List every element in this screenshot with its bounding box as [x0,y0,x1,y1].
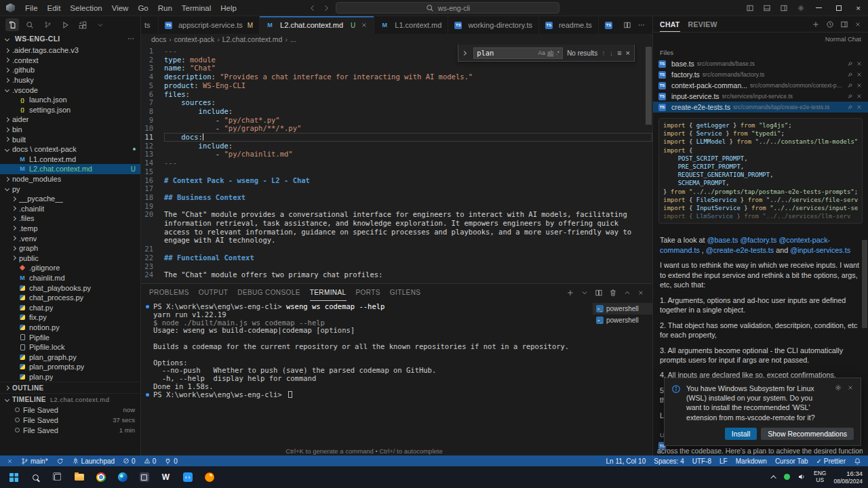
terminal-session-1[interactable]: >_powershell [593,303,652,314]
nav-forward-icon[interactable] [322,4,330,12]
tree-item-chainlit-md[interactable]: Mchainlit.md [0,273,140,283]
extensions-icon[interactable] [76,18,90,31]
start-button[interactable] [5,469,22,486]
volume-icon[interactable] [797,472,806,481]
editor-tab-implement-commanc[interactable]: TSimplement-commanc [599,16,616,34]
errors-item[interactable]: 0 [119,455,140,466]
tree-item-l1-context-md[interactable]: ML1.context.md [0,155,140,165]
prettier-item[interactable]: ✓ Prettier [812,455,850,466]
terminal-profile-dropdown-icon[interactable] [580,289,589,297]
timeline-entry[interactable]: File Savednow [0,405,140,415]
nav-back-icon[interactable] [309,4,317,12]
tree-item-node-modules[interactable]: node_modules [0,174,140,184]
keyboard-layout[interactable]: ENG US [814,470,826,484]
tree-item-docs-context-pack[interactable]: docs \ context-pack [0,144,140,155]
tree-item-aider[interactable]: aider [0,115,140,125]
chat-file-input-service-ts[interactable]: TSinput-service.tssrc/services/input-ser… [653,91,868,102]
remove-file-icon[interactable] [856,60,863,67]
pin-icon[interactable] [847,94,853,100]
encoding-item[interactable]: UTF-8 [688,455,715,466]
tree-item-notion-py[interactable]: notion.py [0,323,140,333]
remote-indicator[interactable] [3,455,17,466]
find-in-selection-icon[interactable]: ≡ [617,49,621,57]
task-view-button[interactable] [49,469,66,486]
terminal-session-2[interactable]: >_powershell [593,314,652,326]
toggle-replace-icon[interactable] [462,50,467,55]
menu-edit[interactable]: Edit [43,3,66,14]
maximize-button[interactable] [829,0,848,16]
kill-terminal-icon[interactable] [609,289,617,297]
search-button[interactable] [27,469,44,486]
chrome-icon[interactable] [92,469,109,486]
tree-item-settings-json[interactable]: {}settings.json [0,105,140,115]
app-icon-1[interactable] [136,469,153,486]
tree-item-fix-py[interactable]: fix.py [0,312,140,323]
file-mention-link[interactable]: @base.ts [707,236,738,244]
tree-item-venv[interactable]: .venv [0,233,140,243]
chat-file-context-pack-comman[interactable]: TScontext-pack-comman...src/commands/com… [653,80,868,91]
edge-icon[interactable] [114,469,131,486]
editor-tab-ts[interactable]: ts [141,16,159,34]
pin-icon[interactable] [847,104,853,110]
tree-item-built[interactable]: built [0,134,140,144]
match-case-icon[interactable]: Aa [538,49,545,56]
menu-terminal[interactable]: Terminal [177,3,216,14]
pin-icon[interactable] [847,61,853,67]
editor-tab-readme-ts[interactable]: TSreadme.ts [539,16,599,34]
vscode-icon[interactable] [179,469,196,486]
cursor-position-item[interactable]: Ln 11, Col 10 [601,455,650,466]
word-icon[interactable] [157,469,174,486]
editor-scrollbar[interactable] [646,47,652,125]
warnings-item[interactable]: 0 [140,455,161,466]
install-button[interactable]: Install [725,428,757,440]
file-mention-link[interactable]: @factory.ts [740,236,776,244]
find-input-box[interactable]: plan Aa ab .* [473,47,563,59]
menu-run[interactable]: Run [153,3,177,14]
remove-file-icon[interactable] [856,71,863,78]
chat-file-create-e2e-tests-ts[interactable]: TScreate-e2e-tests.tssrc/commands/tap/cr… [653,102,868,113]
tree-item-py[interactable]: py [0,184,140,194]
firefox-icon[interactable] [201,469,218,486]
close-panel-icon[interactable] [637,289,644,296]
tree-item-pipfile-lock[interactable]: Pipfile.lock [0,342,140,352]
file-mention-link[interactable]: @create-e2e-tests.ts [706,246,774,254]
source-control-icon[interactable] [41,18,54,31]
tray-status-icon[interactable] [784,474,790,480]
chat-tab-chat[interactable]: CHAT [660,16,680,32]
menu-file[interactable]: File [20,3,43,14]
panel-tab-gitlens[interactable]: GITLENS [390,284,421,301]
close-find-icon[interactable]: × [626,49,630,57]
terminal[interactable]: PS X:\work\esw\eng\ws-eng-cli> wseng ws … [141,301,593,455]
editor-tab-l1-context-md[interactable]: ML1.context.md [374,16,448,34]
panel-tab-output[interactable]: OUTPUT [199,284,229,301]
tree-item-husky[interactable]: .husky [0,75,140,85]
tree-item-pycache[interactable]: __pycache__ [0,194,140,204]
menu-selection[interactable]: Selection [65,3,106,14]
tree-item-plan-py[interactable]: plan.py [0,372,140,382]
notifications-bell-icon[interactable] [850,455,865,466]
run-debug-icon[interactable] [58,18,72,31]
split-terminal-icon[interactable] [595,289,603,297]
pin-icon[interactable] [847,83,853,89]
language-item[interactable]: Markdown [732,455,771,466]
taskbar-clock[interactable]: 16:34 08/08/2024 [833,470,863,485]
tree-item-launch-json[interactable]: {}launch.json [0,95,140,105]
tree-item-plan-graph-py[interactable]: plan_graph.py [0,352,140,362]
tree-item-vscode[interactable]: .vscode [0,85,140,95]
new-terminal-icon[interactable] [566,289,574,297]
minimize-button[interactable] [809,0,829,16]
split-editor-icon[interactable] [623,21,631,29]
panel-tab-terminal[interactable]: TERMINAL [310,284,347,301]
tree-item-pipfile[interactable]: Pipfile [0,332,140,342]
editor[interactable]: 1---2type: module3name: "Chat"4descripti… [141,45,652,283]
panel-tab-ports[interactable]: PORTS [356,284,380,301]
maximize-panel-icon[interactable] [623,289,631,297]
tree-item-chainlit[interactable]: .chainlit [0,204,140,214]
tree-item-bin[interactable]: bin [0,125,140,135]
whole-word-icon[interactable]: ab [547,49,553,56]
remove-file-icon[interactable] [856,104,863,110]
panel-tab-problems[interactable]: PROBLEMS [149,284,189,301]
new-chat-icon[interactable] [812,20,820,28]
chat-mode[interactable]: Normal Chat [825,35,861,43]
timeline-section[interactable]: TIMELINE L2.chat.context.md [0,393,140,405]
